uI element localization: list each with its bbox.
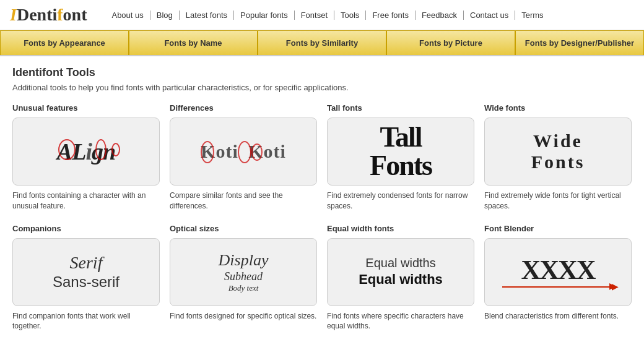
tool-differences-heading: Differences <box>170 103 317 113</box>
logo-letter-i: I <box>10 5 17 24</box>
tool-differences-image[interactable]: Koti Koti <box>170 118 317 186</box>
tool-blender-image[interactable]: XXXX ▶ <box>484 238 632 306</box>
tab-fonts-by-similarity[interactable]: Fonts by Similarity <box>258 30 386 55</box>
nav-latest-fonts[interactable]: Latest fonts <box>180 11 234 20</box>
tool-unusual-image[interactable]: ALign <box>12 118 160 186</box>
nav-tools[interactable]: Tools <box>334 11 366 20</box>
page-title: Identifont Tools <box>12 66 632 79</box>
tool-blender: Font Blender XXXX ▶ Blend characteristic… <box>484 224 632 332</box>
equal-text: Equal widths Equal widths <box>359 256 443 288</box>
main-content: Identifont Tools Additional tools to hel… <box>0 56 644 341</box>
optical-text: Display Subhead Body text <box>219 250 269 293</box>
tool-tall-desc: Find extremely condensed fonts for narro… <box>327 190 474 212</box>
nav-terms[interactable]: Terms <box>515 11 549 20</box>
tool-tall-image[interactable]: TallFonts <box>327 118 474 186</box>
tool-companions: Companions Serif Sans-serif Find compani… <box>12 224 160 332</box>
tool-companions-heading: Companions <box>12 224 160 233</box>
tool-unusual-desc: Find fonts containing a character with a… <box>12 190 160 212</box>
nav-about[interactable]: About us <box>105 11 150 20</box>
tool-companions-image[interactable]: Serif Sans-serif <box>12 238 160 306</box>
tool-wide-desc: Find extremely wide fonts for tight vert… <box>484 190 632 212</box>
tab-fonts-by-appearance[interactable]: Fonts by Appearance <box>0 30 129 55</box>
logo-text-ont: ont <box>63 5 87 24</box>
tool-optical-heading: Optical sizes <box>170 224 317 233</box>
tool-unusual-heading: Unusual features <box>12 103 160 113</box>
tool-optical: Optical sizes Display Subhead Body text … <box>170 224 317 332</box>
logo-letter-f: f <box>57 5 63 24</box>
tools-grid: Unusual features ALign Find fonts contai… <box>12 103 632 331</box>
tool-equal-image[interactable]: Equal widths Equal widths <box>327 238 474 306</box>
tool-wide-image[interactable]: WideFonts <box>484 118 632 186</box>
tab-bar: Fonts by Appearance Fonts by Name Fonts … <box>0 30 644 56</box>
main-nav: About us Blog Latest fonts Popular fonts… <box>105 11 549 20</box>
tool-blender-heading: Font Blender <box>484 224 632 233</box>
wide-text: WideFonts <box>531 130 585 173</box>
nav-contact[interactable]: Contact us <box>464 11 515 20</box>
align-text: ALign <box>57 138 115 165</box>
header: IDentifont About us Blog Latest fonts Po… <box>0 0 644 30</box>
tool-wide-fonts: Wide fonts WideFonts Find extremely wide… <box>484 103 632 212</box>
logo[interactable]: IDentifont <box>10 5 87 25</box>
tab-fonts-by-designer[interactable]: Fonts by Designer/Publisher <box>515 30 644 55</box>
nav-fontset[interactable]: Fontset <box>295 11 334 20</box>
tool-differences: Differences Koti Koti Compare similar fo… <box>170 103 317 212</box>
tool-unusual-features: Unusual features ALign Find fonts contai… <box>12 103 160 212</box>
tall-text: TallFonts <box>370 123 432 180</box>
tool-wide-heading: Wide fonts <box>484 103 632 113</box>
tool-optical-image[interactable]: Display Subhead Body text <box>170 238 317 306</box>
page-subtitle: Additional tools to help you find fonts … <box>12 83 632 92</box>
nav-blog[interactable]: Blog <box>150 11 180 20</box>
tool-differences-desc: Compare similar fonts and see the differ… <box>170 190 317 212</box>
tool-equal-width: Equal width fonts Equal widths Equal wid… <box>327 224 474 332</box>
tool-tall-fonts: Tall fonts TallFonts Find extremely cond… <box>327 103 474 212</box>
tab-fonts-by-name[interactable]: Fonts by Name <box>129 30 258 55</box>
nav-free-fonts[interactable]: Free fonts <box>366 11 416 20</box>
companions-text: Serif Sans-serif <box>53 252 120 291</box>
tool-optical-desc: Find fonts designed for specific optical… <box>170 311 317 322</box>
tool-companions-desc: Find companion fonts that work well toge… <box>12 311 160 332</box>
blender-visual: XXXX ▶ <box>485 253 631 291</box>
tool-blender-desc: Blend characteristics from different fon… <box>484 311 632 322</box>
tool-equal-desc: Find fonts where specific characters hav… <box>327 311 474 332</box>
tool-equal-heading: Equal width fonts <box>327 224 474 233</box>
logo-text-denti: Denti <box>17 5 57 24</box>
nav-feedback[interactable]: Feedback <box>416 11 464 20</box>
tool-tall-heading: Tall fonts <box>327 103 474 113</box>
tab-fonts-by-picture[interactable]: Fonts by Picture <box>386 30 515 55</box>
nav-popular-fonts[interactable]: Popular fonts <box>234 11 295 20</box>
